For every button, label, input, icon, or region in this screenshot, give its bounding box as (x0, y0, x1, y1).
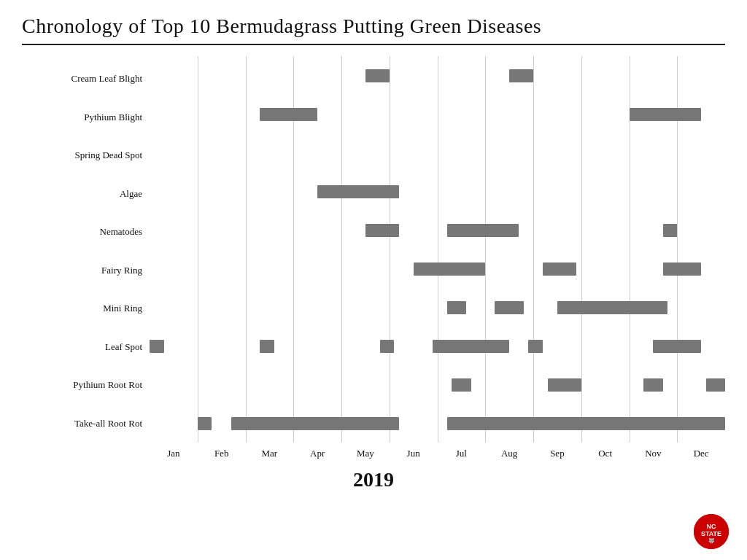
svg-text:NC: NC (707, 523, 716, 530)
chart-bar (653, 340, 701, 353)
x-axis-label: Jul (438, 448, 486, 459)
grid-line (533, 56, 534, 443)
chart-bar (260, 340, 274, 353)
chart-bar (198, 417, 212, 430)
logo: NC STATE 🐺 (694, 514, 729, 549)
y-label: Cream Leaf Blight (22, 60, 150, 98)
ncstate-logo: NC STATE 🐺 (694, 514, 729, 549)
chart-bar (452, 378, 471, 392)
y-label: Pythium Blight (22, 98, 150, 137)
chart-bar (447, 301, 466, 314)
x-axis-label: Jan (150, 448, 198, 459)
chart-bar (150, 340, 164, 353)
y-label: Nematodes (22, 213, 150, 252)
y-axis-labels: Cream Leaf BlightPythium BlightSpring De… (22, 56, 150, 464)
x-axis-label: Jun (390, 448, 438, 459)
y-label: Leaf Spot (22, 328, 150, 367)
y-label: Pythium Root Rot (22, 366, 150, 405)
title-divider (22, 44, 725, 45)
x-axis-label: Oct (581, 448, 630, 459)
x-axis-label: Feb (198, 448, 246, 459)
grid-line (246, 56, 247, 443)
chart-bar (414, 262, 486, 276)
grid-line (198, 56, 198, 443)
grid-line (581, 56, 582, 443)
year-label: 2019 (22, 468, 725, 491)
grid-line (438, 56, 438, 443)
chart-bar (630, 108, 702, 121)
grid-line (341, 56, 342, 443)
chart-bar (663, 262, 702, 276)
x-axis-label: Nov (630, 448, 678, 459)
chart-bar (231, 417, 399, 430)
chart-title: Chronology of Top 10 Bermudagrass Puttin… (22, 15, 725, 38)
x-axis-label: Apr (293, 448, 341, 459)
chart-bar (706, 378, 725, 392)
chart-bar (433, 340, 509, 353)
x-axis-label: May (341, 448, 390, 459)
chart-bar (260, 108, 317, 121)
chart-bar (365, 224, 399, 237)
chart-bar (447, 224, 519, 237)
chart-bar (447, 417, 725, 430)
x-axis-label: Sep (533, 448, 581, 459)
chart-area: Cream Leaf BlightPythium BlightSpring De… (22, 56, 725, 464)
chart-bar (557, 301, 667, 314)
x-axis-label: Aug (485, 448, 533, 459)
chart-bar (380, 340, 395, 353)
svg-text:🐺: 🐺 (708, 537, 715, 544)
chart-bar (495, 301, 523, 314)
y-label: Algae (22, 175, 150, 214)
grid-line (390, 56, 390, 443)
chart-bar (548, 378, 581, 392)
x-axis: JanFebMarAprMayJunJulAugSepOctNovDec (150, 443, 725, 464)
svg-text:STATE: STATE (701, 530, 721, 537)
x-axis-label: Dec (677, 448, 725, 459)
chart-bar (509, 69, 533, 82)
y-label: Mini Ring (22, 289, 150, 328)
chart-bar (663, 224, 678, 237)
y-label: Spring Dead Spot (22, 136, 150, 175)
chart-bar (543, 262, 576, 276)
x-axis-label: Mar (246, 448, 294, 459)
y-label: Fairy Ring (22, 252, 150, 290)
page: Chronology of Top 10 Bermudagrass Puttin… (0, 0, 747, 560)
chart-bar (317, 185, 399, 198)
chart-bar (528, 340, 543, 353)
chart-bar (643, 378, 662, 392)
y-label: Take-all Root Rot (22, 405, 150, 443)
chart-bar (365, 69, 390, 82)
chart-grid (150, 56, 725, 443)
grid-line (485, 56, 486, 443)
chart-body: JanFebMarAprMayJunJulAugSepOctNovDec (150, 56, 725, 464)
